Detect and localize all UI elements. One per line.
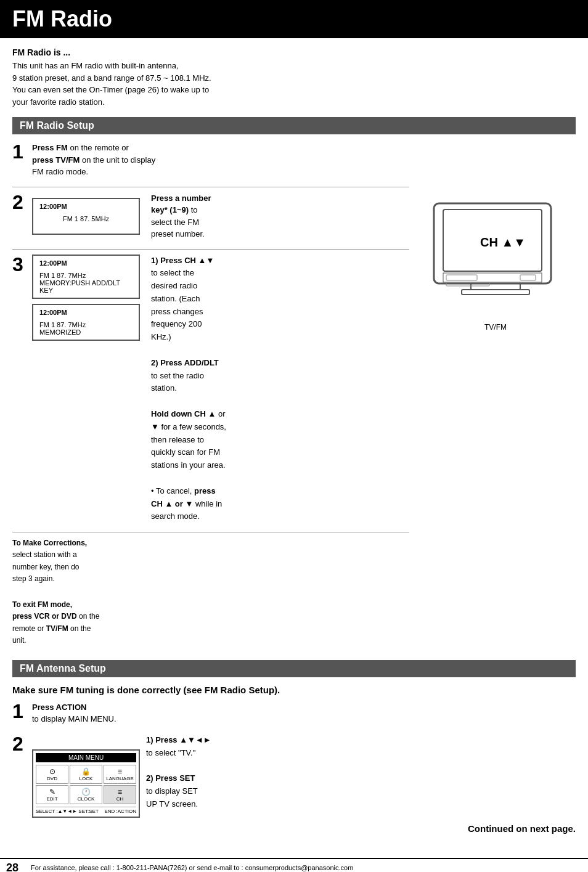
step-1-text: Press FM on the remote or press TV/FM on…: [32, 142, 409, 178]
step-2-screen-time: 12:00PM: [39, 203, 133, 210]
menu-icon-ch: ≡ CH: [104, 785, 136, 804]
correction-note: To Make Corrections, select station with…: [12, 537, 409, 585]
step-1: 1 Press FM on the remote or press TV/FM …: [12, 142, 409, 178]
page-number: 28: [6, 862, 25, 872]
tv-label: TV/FM: [484, 323, 507, 332]
tv-illustration: CH ▲▼: [428, 191, 563, 314]
left-column: 1 Press FM on the remote or press TV/FM …: [12, 142, 409, 654]
antenna-step-2: 2 MAIN MENU ⊙ DVD 🔒 LOCK: [12, 734, 576, 834]
menu-title-bar: MAIN MENU: [36, 753, 136, 762]
step-3: 3 12:00PM FM 1 87. 7MHz MEMORY:PUSH ADD/…: [12, 255, 409, 524]
step-3-screen-1-line2: MEMORY:PUSH ADD/DLT KEY: [39, 279, 133, 294]
intro-body: This unit has an FM radio with built-in …: [12, 60, 576, 108]
main-content: FM Radio is ... This unit has an FM radi…: [0, 38, 588, 852]
notes-section: To Make Corrections, select station with…: [12, 537, 409, 646]
svg-text:CH ▲▼: CH ▲▼: [480, 235, 526, 249]
continued-text: Continued on next page.: [146, 823, 576, 834]
menu-icons: ⊙ DVD 🔒 LOCK ≡ LANGUAGE: [36, 765, 136, 804]
step-3-screen-1: 12:00PM FM 1 87. 7MHz MEMORY:PUSH ADD/DL…: [32, 255, 140, 299]
antenna-step-1: 1 Press ACTION to display MAIN MENU.: [12, 701, 576, 725]
step-2-screen-info: FM 1 87. 5MHz: [39, 215, 133, 222]
antenna-step-2-desc: 1) Press ▲▼◄► to select "TV." 2) Press S…: [146, 734, 576, 811]
step-3-screens: 12:00PM FM 1 87. 7MHz MEMORY:PUSH ADD/DL…: [32, 255, 145, 524]
menu-icon-lock: 🔒 LOCK: [70, 765, 102, 784]
exit-note: To exit FM mode, press VCR or DVD on the…: [12, 599, 409, 646]
intro-title: FM Radio is ...: [12, 47, 576, 57]
step-1-content: Press FM on the remote or press TV/FM on…: [32, 142, 409, 178]
menu-end-label: END :ACTION: [104, 809, 136, 814]
page-header: FM Radio: [0, 0, 588, 38]
step-3-content: 12:00PM FM 1 87. 7MHz MEMORY:PUSH ADD/DL…: [32, 255, 409, 524]
svg-rect-5: [443, 273, 542, 282]
antenna-step-2-right: 1) Press ▲▼◄► to select "TV." 2) Press S…: [146, 734, 576, 834]
menu-select-label: SELECT :▲▼◄► SET:SET: [36, 809, 99, 814]
main-menu-mockup: MAIN MENU ⊙ DVD 🔒 LOCK ≡: [32, 749, 140, 818]
page-title: FM Radio: [12, 6, 576, 32]
step-3-num: 3: [12, 255, 27, 274]
step-2-content: 12:00PM FM 1 87. 5MHz Press a numberkey*…: [32, 192, 409, 240]
fm-radio-setup-header: FM Radio Setup: [12, 117, 576, 134]
footer-text: For assistance, please call : 1-800-211-…: [31, 864, 353, 871]
svg-rect-4: [462, 290, 529, 295]
antenna-section: FM Antenna Setup Make sure FM tuning is …: [12, 660, 576, 834]
step-3-screen-2-time: 12:00PM: [39, 309, 133, 316]
step-3-screen-2-line1: FM 1 87. 7MHz: [39, 321, 133, 328]
step-3-inner: 12:00PM FM 1 87. 7MHz MEMORY:PUSH ADD/DL…: [32, 255, 409, 524]
step-2: 2 12:00PM FM 1 87. 5MHz Press a numberke…: [12, 192, 409, 240]
antenna-subtitle: Make sure FM tuning is done correctly (s…: [12, 685, 576, 695]
menu-icon-edit: ✎ EDIT: [36, 785, 68, 804]
step-1-num: 1: [12, 142, 27, 161]
svg-rect-7: [520, 275, 536, 280]
step-3-screen-1-line1: FM 1 87. 7MHz: [39, 272, 133, 279]
step-2-inner: 12:00PM FM 1 87. 5MHz Press a numberkey*…: [32, 192, 409, 240]
antenna-step-2-inner: MAIN MENU ⊙ DVD 🔒 LOCK ≡: [32, 734, 576, 834]
main-layout: 1 Press FM on the remote or press TV/FM …: [12, 142, 576, 654]
antenna-step-2-content: MAIN MENU ⊙ DVD 🔒 LOCK ≡: [32, 734, 576, 834]
menu-bottom: SELECT :▲▼◄► SET:SET END :ACTION: [36, 807, 136, 814]
step-3-screen-2: 12:00PM FM 1 87. 7MHz MEMORIZED: [32, 304, 140, 341]
antenna-step-1-content: Press ACTION to display MAIN MENU.: [32, 701, 576, 725]
right-column: CH ▲▼ TV/FM: [415, 142, 576, 654]
step-2-screen: 12:00PM FM 1 87. 5MHz: [32, 198, 140, 235]
step-2-text: Press a numberkey* (1~9) to select the F…: [151, 192, 211, 240]
step-3-description: 1) Press CH ▲▼ to select the desired rad…: [151, 255, 226, 524]
step-3-screen-1-time: 12:00PM: [39, 259, 133, 267]
antenna-step-1-num: 1: [12, 701, 27, 721]
menu-icon-language: ≡ LANGUAGE: [104, 765, 136, 784]
menu-icon-clock: 🕐 CLOCK: [70, 785, 102, 804]
antenna-step-2-num: 2: [12, 734, 27, 754]
fm-antenna-setup-header: FM Antenna Setup: [12, 660, 576, 677]
step-2-num: 2: [12, 192, 27, 212]
menu-icon-dvd: ⊙ DVD: [36, 765, 68, 784]
svg-rect-6: [446, 275, 477, 280]
page-footer: 28 For assistance, please call : 1-800-2…: [0, 858, 588, 872]
step-3-screen-2-line2: MEMORIZED: [39, 328, 133, 336]
intro-section: FM Radio is ... This unit has an FM radi…: [12, 47, 576, 108]
antenna-step-1-text: Press ACTION to display MAIN MENU.: [32, 701, 576, 725]
